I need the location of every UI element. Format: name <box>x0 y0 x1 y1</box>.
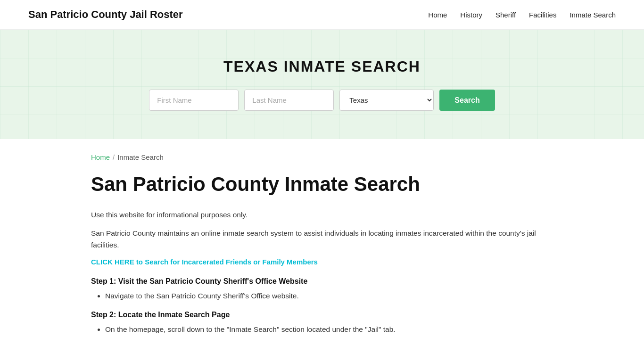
nav-sheriff[interactable]: Sheriff <box>495 11 516 19</box>
step1-item: Navigate to the San Patricio County Sher… <box>105 290 553 302</box>
breadcrumb-separator: / <box>113 153 115 161</box>
step1-heading: Step 1: Visit the San Patricio County Sh… <box>91 277 553 286</box>
nav-history[interactable]: History <box>460 11 482 19</box>
step2-item: On the homepage, scroll down to the "Inm… <box>105 324 553 336</box>
nav-home[interactable]: Home <box>428 11 447 19</box>
breadcrumb-home[interactable]: Home <box>91 153 110 161</box>
breadcrumb: Home / Inmate Search <box>91 153 553 161</box>
nav-inmate-search[interactable]: Inmate Search <box>570 11 616 19</box>
intro-text-2: San Patricio County maintains an online … <box>91 228 553 251</box>
page-title: San Patricio County Inmate Search <box>91 173 553 196</box>
hero-heading: TEXAS INMATE SEARCH <box>9 58 635 75</box>
nav-facilities[interactable]: Facilities <box>529 11 556 19</box>
search-form: TexasAlabamaAlaskaArizonaArkansasCalifor… <box>9 90 635 111</box>
state-select[interactable]: TexasAlabamaAlaskaArizonaArkansasCalifor… <box>339 90 434 111</box>
last-name-input[interactable] <box>244 90 334 111</box>
cta-link[interactable]: CLICK HERE to Search for Incarcerated Fr… <box>91 258 318 266</box>
breadcrumb-current: Inmate Search <box>117 153 164 161</box>
step1-list: Navigate to the San Patricio County Sher… <box>105 290 553 302</box>
step2-list: On the homepage, scroll down to the "Inm… <box>105 324 553 336</box>
intro-text-1: Use this website for informational purpo… <box>91 209 553 221</box>
search-button[interactable]: Search <box>439 90 495 111</box>
step2-heading: Step 2: Locate the Inmate Search Page <box>91 311 553 319</box>
site-logo[interactable]: San Patricio County Jail Roster <box>28 8 183 21</box>
first-name-input[interactable] <box>149 90 239 111</box>
site-header: San Patricio County Jail Roster Home His… <box>0 0 644 30</box>
main-nav: Home History Sheriff Facilities Inmate S… <box>428 11 616 19</box>
hero-section: TEXAS INMATE SEARCH TexasAlabamaAlaskaAr… <box>0 30 644 139</box>
main-content: Home / Inmate Search San Patricio County… <box>63 139 581 362</box>
